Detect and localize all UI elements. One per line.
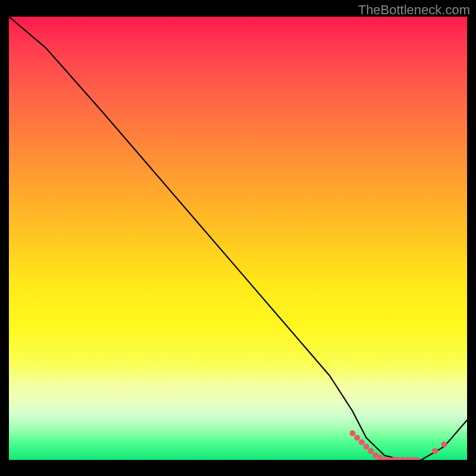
marker-dot [414,457,419,460]
marker-dot [364,444,369,450]
marker-dot [359,439,365,445]
bottleneck-curve-line [9,17,467,460]
chart-plot-area [9,17,467,460]
marker-dot [368,448,374,454]
marker-dot [441,441,447,447]
marker-dot [354,435,360,441]
chart-svg [9,17,467,460]
marker-dot [350,430,356,436]
marker-dot [432,448,438,454]
watermark-text: TheBottleneck.com [358,2,470,18]
